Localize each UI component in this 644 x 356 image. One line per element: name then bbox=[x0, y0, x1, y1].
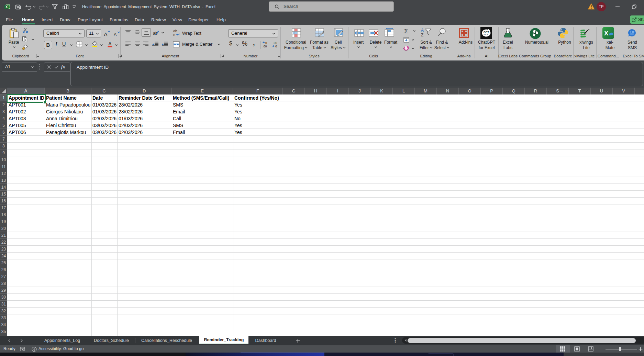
svg-text:Z: Z bbox=[421, 33, 423, 37]
svg-text:0: 0 bbox=[265, 41, 267, 45]
svg-text:.00: .00 bbox=[273, 41, 277, 45]
svg-text:A: A bbox=[104, 31, 108, 37]
svg-text:A: A bbox=[108, 41, 112, 46]
svg-text:X: X bbox=[604, 30, 609, 37]
svg-text:.00: .00 bbox=[263, 45, 267, 48]
svg-text:EXCEL: EXCEL bbox=[484, 34, 489, 35]
svg-text:X: X bbox=[5, 5, 8, 9]
svg-text:A: A bbox=[114, 32, 117, 37]
svg-text:0: 0 bbox=[275, 45, 277, 48]
svg-text:GPT: GPT bbox=[484, 31, 489, 34]
svg-text:A: A bbox=[421, 28, 424, 33]
svg-text:c: c bbox=[173, 33, 175, 37]
